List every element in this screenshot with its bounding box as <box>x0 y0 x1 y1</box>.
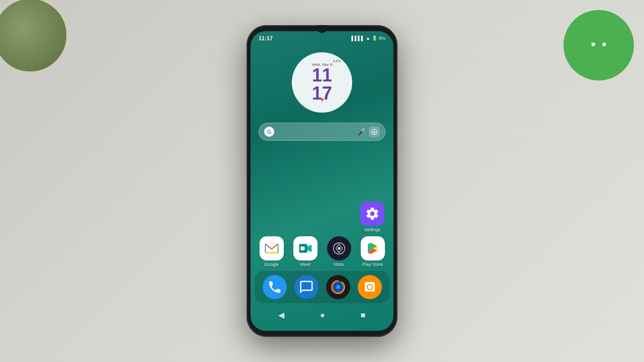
clock-widget[interactable]: Wed, Mar 8 0.9% 11 17 📍 <box>292 52 352 113</box>
google-label: Google <box>264 262 279 267</box>
phone-screen: 11:17 ▌▌▌▌ ▲ 🔋 9% Wed, Mar 8 0.9% 11 17 … <box>251 31 393 331</box>
wifi-icon: ▲ <box>366 36 370 41</box>
back-button[interactable]: ◀ <box>273 308 289 322</box>
moto-label: Moto <box>334 262 344 267</box>
home-button[interactable]: ● <box>315 309 330 322</box>
svg-rect-11 <box>265 243 278 253</box>
google-app[interactable]: Google <box>256 236 287 267</box>
phone-icon <box>263 275 287 299</box>
playstore-app[interactable]: Play Store <box>357 236 388 267</box>
svg-point-21 <box>337 286 339 289</box>
status-icons: ▌▌▌▌ ▲ 🔋 9% <box>352 36 385 41</box>
settings-row: Settings <box>251 202 393 232</box>
battery-percent: 9% <box>379 36 385 41</box>
android-logo <box>553 0 644 90</box>
phone-app[interactable] <box>260 275 289 299</box>
meet-app[interactable]: Meet <box>289 236 321 267</box>
main-content: Settings <box>251 145 393 331</box>
svg-rect-1 <box>586 48 611 59</box>
svg-point-3 <box>602 43 606 46</box>
camera-app[interactable] <box>355 275 384 299</box>
firefox-icon <box>326 275 350 299</box>
android-icon <box>564 10 634 80</box>
google-logo: G <box>264 127 274 137</box>
google-icon <box>260 236 284 260</box>
clock-date: Wed, Mar 8 <box>311 62 332 67</box>
svg-point-2 <box>592 43 595 46</box>
phone-device: 11:17 ▌▌▌▌ ▲ 🔋 9% Wed, Mar 8 0.9% 11 17 … <box>247 25 397 337</box>
svg-point-7 <box>609 31 611 33</box>
svg-point-6 <box>586 31 589 33</box>
moto-app[interactable]: Moto <box>323 236 355 267</box>
lens-icon[interactable] <box>369 126 380 137</box>
settings-label: Settings <box>364 227 381 232</box>
messages-app[interactable] <box>291 275 321 299</box>
settings-icon <box>360 202 384 226</box>
meet-icon <box>293 236 317 260</box>
location-pin-icon: 📍 <box>319 98 325 104</box>
dock <box>255 271 389 303</box>
navigation-bar: ◀ ● ■ <box>251 305 393 327</box>
settings-app[interactable]: Settings <box>360 202 384 232</box>
recents-button[interactable]: ■ <box>356 309 371 322</box>
clock-battery: 0.9% <box>333 59 341 63</box>
app-grid: Google Meet <box>251 236 393 267</box>
microphone-icon[interactable]: 🎤 <box>357 128 366 136</box>
status-time: 11:17 <box>259 35 273 41</box>
clock-hour: 11 <box>312 66 332 84</box>
signal-icon: ▌▌▌▌ <box>352 36 365 41</box>
camera-icon <box>358 275 382 299</box>
battery-icon: 🔋 <box>372 36 377 41</box>
firefox-app[interactable] <box>323 275 353 299</box>
google-search-bar[interactable]: G 🎤 <box>259 123 385 141</box>
svg-point-17 <box>338 247 340 250</box>
playstore-icon <box>361 236 385 260</box>
moto-icon <box>327 236 351 260</box>
svg-point-9 <box>373 131 375 133</box>
messages-icon <box>294 275 318 299</box>
meet-label: Meet <box>300 262 310 267</box>
svg-rect-14 <box>300 246 305 250</box>
playstore-label: Play Store <box>362 262 383 267</box>
